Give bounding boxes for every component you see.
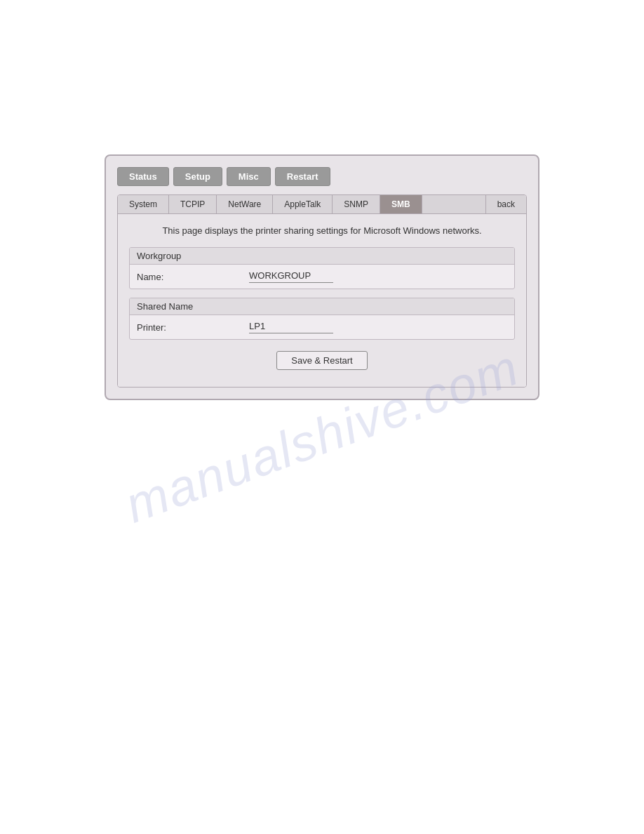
shared-name-header: Shared Name	[130, 298, 514, 315]
shared-name-section: Shared Name Printer: LP1	[129, 298, 515, 340]
main-container: Status Setup Misc Restart System TCPIP N…	[105, 154, 539, 400]
setup-button[interactable]: Setup	[173, 167, 222, 186]
misc-button[interactable]: Misc	[227, 167, 271, 186]
tab-content: This page displays the printer sharing s…	[118, 214, 526, 387]
status-button[interactable]: Status	[117, 167, 169, 186]
workgroup-name-label: Name:	[137, 272, 249, 282]
tab-netware[interactable]: NetWare	[217, 195, 273, 213]
tab-tcpip[interactable]: TCPIP	[169, 195, 217, 213]
workgroup-name-value: WORKGROUP	[249, 270, 333, 283]
content-area: System TCPIP NetWare AppleTalk SNMP SMB …	[117, 194, 527, 388]
description-text: This page displays the printer sharing s…	[129, 225, 515, 236]
tab-smb[interactable]: SMB	[380, 195, 422, 213]
page-wrapper: Status Setup Misc Restart System TCPIP N…	[0, 0, 644, 400]
save-restart-button[interactable]: Save & Restart	[276, 351, 367, 370]
tab-snmp[interactable]: SNMP	[333, 195, 380, 213]
tab-system[interactable]: System	[118, 195, 169, 213]
printer-value: LP1	[249, 321, 333, 333]
tab-back[interactable]: back	[485, 195, 526, 213]
tabs-row: System TCPIP NetWare AppleTalk SNMP SMB …	[118, 195, 526, 214]
printer-label: Printer:	[137, 322, 249, 333]
tab-appletalk[interactable]: AppleTalk	[273, 195, 333, 213]
top-nav: Status Setup Misc Restart	[117, 167, 527, 186]
workgroup-name-row: Name: WORKGROUP	[130, 265, 514, 289]
workgroup-header: Workgroup	[130, 248, 514, 265]
printer-row: Printer: LP1	[130, 315, 514, 339]
workgroup-section: Workgroup Name: WORKGROUP	[129, 247, 515, 289]
restart-button[interactable]: Restart	[275, 167, 330, 186]
button-row: Save & Restart	[129, 351, 515, 370]
